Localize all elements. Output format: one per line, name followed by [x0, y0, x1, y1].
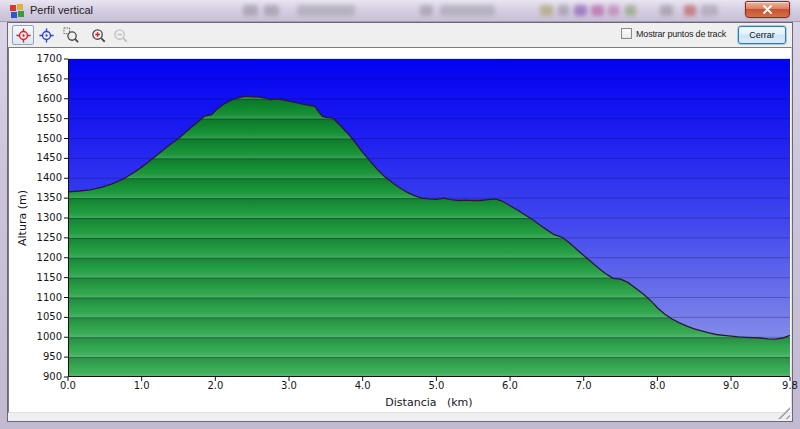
zoom-in-icon	[90, 27, 107, 44]
y-tick-label: 1000	[22, 331, 62, 342]
x-tick-label: 5.0	[419, 380, 453, 391]
target-red-icon	[15, 27, 32, 44]
show-track-points-label: Mostrar puntos de track	[636, 29, 726, 39]
window-title: Perfil vertical	[30, 4, 93, 16]
target-blue-icon	[38, 27, 55, 44]
y-tick-label: 1700	[22, 53, 62, 64]
tool-zoom-out[interactable]	[109, 25, 131, 45]
x-tick-label: 7.0	[567, 380, 601, 391]
x-tick-label: 2.0	[198, 380, 232, 391]
elevation-plot[interactable]: 1700165016001550150014501400135013001250…	[68, 59, 790, 377]
dialog-client-area: Mostrar puntos de track Cerrar	[7, 22, 793, 422]
y-tick-label: 1550	[22, 113, 62, 124]
x-tick-label: 6.0	[493, 380, 527, 391]
y-tick-label: 1200	[22, 252, 62, 263]
x-tick-label: 1.0	[125, 380, 159, 391]
y-tick-marks	[64, 59, 68, 377]
close-button[interactable]	[745, 1, 790, 18]
x-tick-label: 8.0	[640, 380, 674, 391]
y-tick-label: 1450	[22, 152, 62, 163]
y-tick-label: 1100	[22, 292, 62, 303]
tool-zoom-in[interactable]	[87, 25, 109, 45]
app-icon	[10, 4, 24, 18]
zoom-selection-icon	[63, 27, 80, 44]
y-tick-label: 950	[22, 351, 62, 362]
y-tick-label: 1650	[22, 73, 62, 84]
zoom-out-icon	[112, 27, 129, 44]
tool-track-cursor-blue[interactable]	[35, 25, 57, 45]
x-tick-label: 9.8	[773, 380, 800, 391]
y-tick-label: 1500	[22, 133, 62, 144]
cerrar-button[interactable]: Cerrar	[738, 26, 786, 44]
profile-window: Perfil vertical	[0, 0, 800, 429]
tool-track-cursor-red[interactable]	[12, 25, 34, 45]
show-track-points-option[interactable]: Mostrar puntos de track	[621, 28, 726, 39]
y-tick-label: 1150	[22, 272, 62, 283]
chart-panel: 1700165016001550150014501400135013001250…	[8, 47, 792, 413]
x-tick-label: 0.0	[51, 380, 85, 391]
show-track-points-checkbox[interactable]	[621, 28, 632, 39]
background-window-icons	[0, 0, 800, 21]
y-axis-title: Altura (m)	[16, 190, 29, 246]
elevation-chart-svg	[68, 59, 790, 377]
tool-zoom-selection[interactable]	[60, 25, 82, 45]
close-icon	[763, 5, 772, 14]
toolbar: Mostrar puntos de track Cerrar	[8, 23, 792, 47]
x-axis-title: Distancia (km)	[339, 396, 519, 409]
x-tick-label: 4.0	[346, 380, 380, 391]
y-tick-label: 1600	[22, 93, 62, 104]
x-tick-label: 9.0	[714, 380, 748, 391]
titlebar[interactable]: Perfil vertical	[0, 0, 800, 22]
y-tick-label: 1050	[22, 311, 62, 322]
x-tick-label: 3.0	[272, 380, 306, 391]
y-tick-label: 1400	[22, 172, 62, 183]
